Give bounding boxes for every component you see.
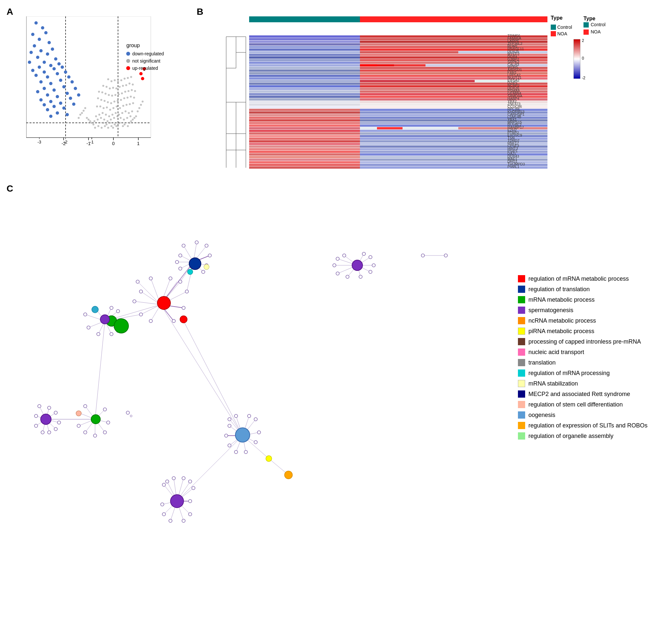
svg-rect-244 <box>249 82 360 85</box>
svg-rect-296 <box>360 148 547 150</box>
svg-point-107 <box>108 94 110 96</box>
svg-point-161 <box>57 62 61 66</box>
svg-point-169 <box>49 82 53 85</box>
legend-box-purple <box>518 307 525 314</box>
svg-point-44 <box>124 124 126 126</box>
legend-item-5: ncRNA metabolic process <box>518 317 655 324</box>
svg-point-559 <box>333 264 336 267</box>
svg-point-162 <box>43 70 46 74</box>
svg-point-519 <box>248 414 251 418</box>
svg-point-176 <box>46 93 49 97</box>
svg-point-145 <box>31 33 34 36</box>
svg-point-101 <box>97 97 99 99</box>
svg-point-80 <box>113 107 115 109</box>
hub-purple3 <box>41 414 51 424</box>
svg-point-39 <box>102 122 104 124</box>
svg-rect-239 <box>249 77 360 79</box>
svg-point-38 <box>117 124 119 126</box>
legend-ns: not significant <box>126 58 164 64</box>
svg-point-144 <box>41 26 44 30</box>
svg-point-124 <box>128 82 130 84</box>
svg-rect-262 <box>249 106 360 108</box>
svg-rect-260 <box>249 104 360 106</box>
svg-point-170 <box>64 70 67 74</box>
svg-rect-242 <box>360 80 475 82</box>
svg-rect-230 <box>425 64 547 67</box>
svg-rect-303 <box>249 159 360 161</box>
svg-point-52 <box>88 118 90 120</box>
svg-point-79 <box>95 115 97 117</box>
svg-point-522 <box>254 441 257 444</box>
svg-point-99 <box>100 99 102 101</box>
svg-rect-272 <box>249 119 360 122</box>
svg-point-160 <box>49 64 53 67</box>
svg-point-113 <box>98 91 100 93</box>
svg-point-53 <box>133 117 135 119</box>
svg-rect-207 <box>249 38 360 40</box>
svg-point-562 <box>359 275 362 278</box>
svg-rect-254 <box>249 96 360 98</box>
svg-rect-205 <box>249 35 360 38</box>
svg-rect-301 <box>249 156 360 158</box>
svg-point-509 <box>84 313 87 316</box>
svg-point-526 <box>225 434 228 437</box>
svg-point-86 <box>103 107 104 109</box>
svg-point-89 <box>129 103 131 105</box>
svg-point-497 <box>139 290 142 293</box>
legend-item-13: regulation of stem cell differentiation <box>518 401 655 408</box>
svg-point-555 <box>54 411 57 414</box>
svg-point-172 <box>59 79 62 82</box>
heatmap-svg: Type Control NOA <box>206 6 659 174</box>
svg-point-539 <box>182 477 185 480</box>
legend-item-16: regulation of organelle assembly <box>518 433 655 440</box>
svg-point-56 <box>110 118 112 120</box>
legend-item-14: oogenesis <box>518 411 655 419</box>
svg-point-74 <box>125 110 127 112</box>
svg-point-536 <box>162 483 165 486</box>
svg-point-153 <box>43 61 46 64</box>
svg-point-534 <box>106 421 110 424</box>
svg-point-515 <box>116 310 120 313</box>
svg-rect-231 <box>249 67 360 69</box>
svg-point-510 <box>87 326 90 329</box>
svg-point-544 <box>182 519 185 522</box>
svg-point-553 <box>54 427 57 431</box>
svg-point-104 <box>115 94 116 96</box>
svg-point-68 <box>111 114 114 116</box>
svg-rect-310 <box>360 166 547 169</box>
svg-point-36 <box>104 125 106 127</box>
svg-rect-304 <box>360 159 547 161</box>
svg-point-531 <box>84 431 87 434</box>
svg-point-92 <box>114 101 116 103</box>
svg-point-549 <box>34 414 38 418</box>
legend-item-3: mRNA metabolic process <box>518 296 655 303</box>
svg-point-117 <box>112 87 114 89</box>
svg-rect-302 <box>360 156 547 158</box>
svg-point-116 <box>116 88 117 90</box>
svg-text:Control: Control <box>557 25 572 30</box>
svg-line-465 <box>95 321 105 419</box>
svg-point-127 <box>114 79 116 81</box>
svg-point-120 <box>122 85 124 87</box>
svg-point-73 <box>121 112 123 114</box>
svg-point-98 <box>123 97 125 99</box>
legend-item-6: piRNA metabolic process <box>518 327 655 335</box>
legend-item-10: regulation of mRNA processing <box>518 370 655 377</box>
legend-label-12: MECP2 and associated Rett syndrome <box>529 391 630 398</box>
svg-point-87 <box>126 104 128 106</box>
legend-box-teal <box>518 370 525 377</box>
svg-point-105 <box>111 95 113 97</box>
legend-box-amber <box>518 422 525 429</box>
svg-point-186 <box>53 105 56 108</box>
svg-point-77 <box>98 114 100 116</box>
svg-rect-270 <box>249 116 360 119</box>
legend-label-16: regulation of organelle assembly <box>529 433 613 440</box>
svg-point-528 <box>84 405 87 408</box>
svg-rect-283 <box>249 132 360 135</box>
svg-line-453 <box>177 436 243 501</box>
svg-point-493 <box>172 319 175 323</box>
panel-a-label: A <box>6 6 13 17</box>
svg-point-156 <box>46 53 49 56</box>
svg-rect-281 <box>249 130 360 132</box>
legend-label-10: regulation of mRNA processing <box>529 370 610 377</box>
